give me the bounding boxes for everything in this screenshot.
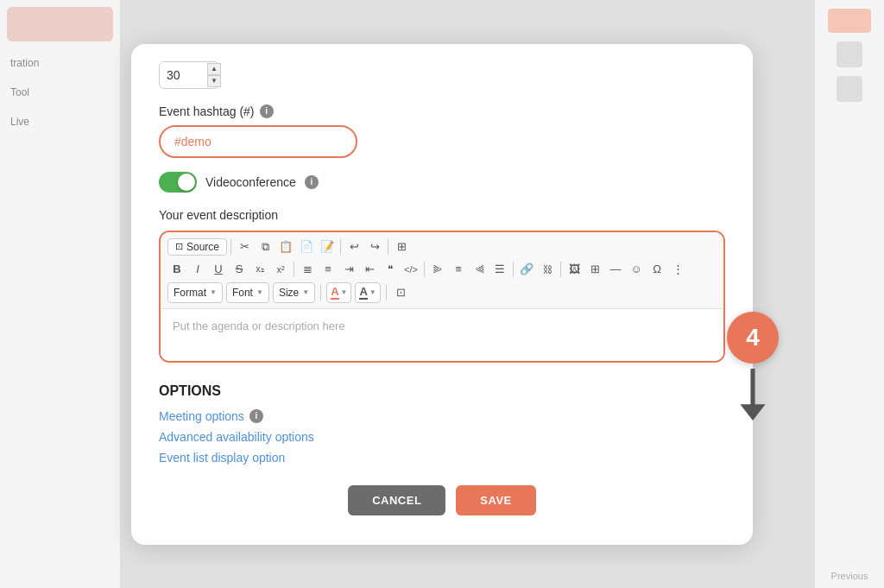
size-dropdown-label: Size [279,287,299,299]
outdent-icon[interactable]: ⇤ [360,260,379,279]
bg-color-btn[interactable]: A ▼ [355,282,380,303]
source-label: Source [186,241,219,253]
editor-container: ⊡ Source ✂ ⧉ 📋 📄 📝 ↩ ↪ ⊞ [159,231,725,363]
paste-text-icon[interactable]: 📄 [297,237,316,256]
unordered-list-icon[interactable]: ≡ [319,260,338,279]
format-dropdown[interactable]: Format ▼ [167,282,223,303]
bg-sidebar-text-1: tration [0,48,120,78]
event-list-link[interactable]: Event list display option [159,451,725,465]
editor-toolbar: ⊡ Source ✂ ⧉ 📋 📄 📝 ↩ ↪ ⊞ [161,232,723,309]
step-arrow [731,369,774,424]
meeting-options-link[interactable]: Meeting options i [159,409,725,423]
undo-icon[interactable]: ↩ [344,237,363,256]
font-color-arrow: ▼ [341,288,348,296]
toolbar-sep-4 [294,262,294,277]
toolbar-sep-7 [560,262,561,277]
number-input-field[interactable]: 30 [167,68,205,82]
unlink-icon[interactable]: ⛓ [538,260,557,279]
hashtag-input[interactable] [159,125,357,158]
toolbar-row-1: ⊡ Source ✂ ⧉ 📋 📄 📝 ↩ ↪ ⊞ [167,237,717,256]
toolbar-row-3: Format ▼ Font ▼ Size ▼ A ▼ [167,282,717,303]
superscript-icon[interactable]: x² [271,260,290,279]
align-left-icon[interactable]: ⫸ [428,260,447,279]
modal-footer: CANCEL SAVE [159,485,725,515]
number-input-arrows: ▲ ▼ [207,63,221,87]
toolbar-row-2: B I U S x₂ x² ≣ ≡ ⇥ ⇤ ❝ </> ⫸ ≡ ⫷ [167,260,717,279]
ordered-list-icon[interactable]: ≣ [298,260,317,279]
toggle-knob [178,174,195,191]
videoconference-row: Videoconference i [159,172,725,193]
cut-icon[interactable]: ✂ [235,237,254,256]
size-dropdown[interactable]: Size ▼ [273,282,315,303]
toolbar-sep-6 [513,262,514,277]
font-dropdown-label: Font [232,287,253,299]
image-icon[interactable]: 🖼 [565,260,584,279]
redo-icon[interactable]: ↪ [365,237,384,256]
hr-icon[interactable]: — [606,260,625,279]
step-circle: 4 [727,312,779,364]
align-right-icon[interactable]: ⫷ [470,260,489,279]
toolbar-sep-8 [320,285,321,300]
editor-placeholder: Put the agenda or description here [173,319,344,332]
source-icon: ⊡ [175,241,183,252]
styles-icon[interactable]: ⊡ [392,283,411,302]
bg-sidebar-text-2: Tool [0,78,120,107]
number-up-arrow[interactable]: ▲ [207,63,221,75]
main-modal: 30 ▲ ▼ Event hashtag (#) i Videoconferen… [131,44,753,545]
subscript-icon[interactable]: x₂ [250,260,269,279]
italic-icon[interactable]: I [188,260,207,279]
videoconference-toggle[interactable] [159,172,197,193]
advanced-availability-link[interactable]: Advanced availability options [159,430,725,444]
svg-marker-1 [740,404,765,420]
toolbar-sep-3 [388,239,388,255]
source-button[interactable]: ⊡ Source [167,238,227,256]
bold-icon[interactable]: B [167,260,186,279]
bg-color-a: A [359,285,367,300]
videoconference-info-icon[interactable]: i [305,175,319,189]
blockquote-icon[interactable]: ❝ [381,260,400,279]
meeting-options-info-icon[interactable]: i [249,409,263,423]
font-color-btn[interactable]: A ▼ [326,282,351,303]
find-icon[interactable]: ⊞ [392,237,411,256]
bg-sidebar-item-1 [7,7,113,41]
link-icon[interactable]: 🔗 [517,260,536,279]
options-title: OPTIONS [159,383,725,399]
size-dropdown-arrow: ▼ [302,288,309,296]
align-center-icon[interactable]: ≡ [449,260,468,279]
codeblock-icon[interactable]: </> [401,260,420,279]
copy-icon[interactable]: ⧉ [256,237,275,256]
strikethrough-icon[interactable]: S [230,260,249,279]
advanced-availability-label: Advanced availability options [159,430,314,444]
cancel-button[interactable]: CANCEL [348,485,445,515]
indent-icon[interactable]: ⇥ [339,260,358,279]
background-right: Previous [815,0,884,588]
toolbar-sep-2 [340,239,341,255]
bg-right-icon-2 [837,76,862,102]
hashtag-info-icon[interactable]: i [260,104,274,118]
more-icon[interactable]: ⋮ [668,260,687,279]
editor-content-area[interactable]: Put the agenda or description here [161,309,723,361]
save-button[interactable]: SAVE [456,485,535,515]
options-section: OPTIONS Meeting options i Advanced avail… [159,383,725,465]
underline-icon[interactable]: U [209,260,228,279]
table-icon[interactable]: ⊞ [585,260,604,279]
font-dropdown[interactable]: Font ▼ [226,282,269,303]
bg-color-arrow: ▼ [369,288,376,296]
number-down-arrow[interactable]: ▼ [207,75,221,87]
special-char-icon[interactable]: Ω [647,260,666,279]
bg-right-icon-1 [837,41,862,67]
paste-icon[interactable]: 📋 [276,237,295,256]
font-color-a: A [331,285,338,300]
page-container: tration Tool Live Previous 30 ▲ ▼ Event … [0,0,884,588]
align-justify-icon[interactable]: ☰ [490,260,509,279]
format-dropdown-arrow: ▼ [210,288,217,296]
paste-word-icon[interactable]: 📝 [318,237,337,256]
bg-sidebar-text-3: Live [0,107,120,136]
event-list-label: Event list display option [159,451,285,465]
meeting-options-label: Meeting options [159,409,244,423]
hashtag-label-row: Event hashtag (#) i [159,104,725,118]
hashtag-label-text: Event hashtag (#) [159,104,255,118]
emoji-icon[interactable]: ☺ [627,260,646,279]
toolbar-sep-1 [230,239,231,255]
step-overlay: 4 [727,312,779,424]
